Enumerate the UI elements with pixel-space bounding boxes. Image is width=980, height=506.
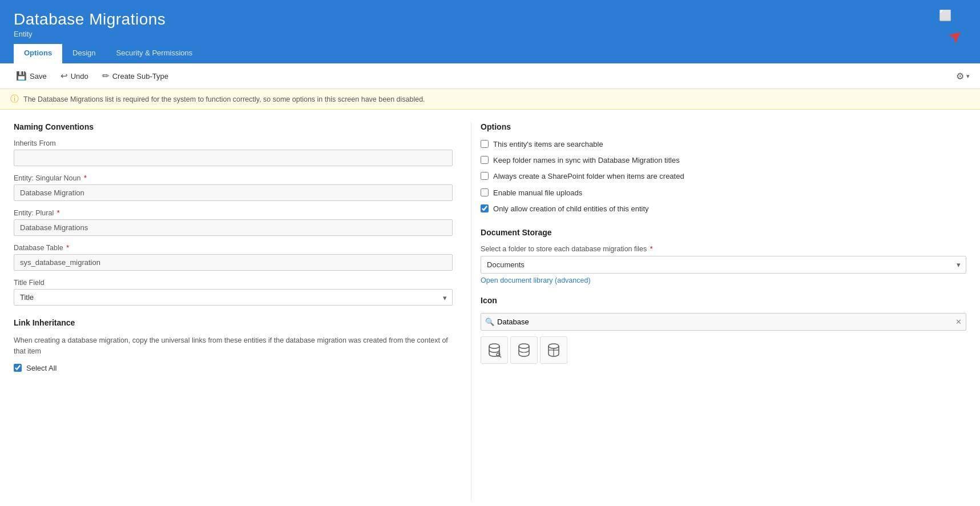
- gear-icon[interactable]: ⚙: [956, 71, 964, 82]
- svg-point-4: [549, 344, 559, 348]
- searchable-checkbox[interactable]: [481, 140, 489, 148]
- searchable-label[interactable]: This entity's items are searchable: [493, 139, 603, 150]
- folder-sync-label[interactable]: Keep folder names in sync with Database …: [493, 155, 680, 166]
- folder-sync-checkbox[interactable]: [481, 156, 489, 164]
- options-title: Options: [481, 122, 966, 131]
- title-field-select[interactable]: Title: [14, 289, 453, 306]
- svg-point-0: [489, 344, 499, 348]
- open-library-link[interactable]: Open document library (advanced): [481, 276, 590, 284]
- child-only-label[interactable]: Only allow creation of child entities of…: [493, 204, 648, 214]
- document-storage-section: Document Storage Select a folder to stor…: [481, 228, 966, 284]
- child-only-checkbox[interactable]: [481, 204, 489, 212]
- search-icon: 🔍: [485, 318, 494, 326]
- option-searchable: This entity's items are searchable: [481, 139, 966, 150]
- icon-search-input[interactable]: [481, 313, 966, 331]
- undo-label: Undo: [71, 72, 88, 81]
- folder-select-label: Select a folder to store each database m…: [481, 245, 966, 253]
- undo-icon: ↩: [61, 71, 68, 81]
- icon-section: Icon 🔍 ✕: [481, 296, 966, 364]
- sharepoint-checkbox[interactable]: [481, 172, 489, 180]
- select-all-row: Select All: [14, 364, 453, 372]
- db-table-input[interactable]: [14, 254, 453, 271]
- warning-icon: ⓘ: [10, 94, 19, 105]
- header: ⬜ ➤ Database Migrations Entity Options D…: [0, 0, 980, 63]
- right-panel: Options This entity's items are searchab…: [471, 122, 966, 500]
- plural-group: Entity: Plural *: [14, 209, 453, 236]
- create-sub-type-button[interactable]: ✏ Create Sub-Type: [96, 68, 174, 84]
- inherits-from-group: Inherits From: [14, 139, 453, 166]
- title-field-select-wrapper: Title ▾: [14, 289, 453, 306]
- corner-icon[interactable]: ⬜: [939, 9, 951, 22]
- select-all-checkbox[interactable]: [14, 364, 22, 372]
- warning-message: The Database Migrations list is required…: [23, 95, 425, 103]
- title-field-group: Title Field Title ▾: [14, 279, 453, 306]
- create-icon: ✏: [102, 71, 110, 81]
- left-panel: Naming Conventions Inherits From Entity:…: [14, 122, 471, 500]
- database-search-icon[interactable]: [481, 336, 508, 364]
- db-table-label: Database Table *: [14, 244, 453, 252]
- clear-icon[interactable]: ✕: [955, 318, 962, 326]
- database-table-icon[interactable]: [540, 336, 567, 364]
- singular-noun-label: Entity: Singular Noun *: [14, 174, 453, 182]
- database-icon[interactable]: [510, 336, 538, 364]
- icon-title: Icon: [481, 296, 966, 305]
- toolbar-right: ⚙ ▾: [956, 71, 970, 82]
- plural-label: Entity: Plural *: [14, 209, 453, 217]
- tab-bar: Options Design Security & Permissions: [14, 44, 966, 63]
- chevron-down-icon[interactable]: ▾: [966, 73, 970, 80]
- warning-banner: ⓘ The Database Migrations list is requir…: [0, 89, 980, 110]
- page-subtitle: Entity: [14, 30, 966, 38]
- create-sub-type-label: Create Sub-Type: [112, 72, 168, 81]
- db-table-group: Database Table *: [14, 244, 453, 271]
- plural-input[interactable]: [14, 219, 453, 236]
- save-label: Save: [30, 72, 47, 81]
- naming-conventions-title: Naming Conventions: [14, 122, 453, 131]
- icon-grid: [481, 336, 966, 364]
- title-field-label: Title Field: [14, 279, 453, 287]
- inherits-from-label: Inherits From: [14, 139, 453, 147]
- sharepoint-label[interactable]: Always create a SharePoint folder when i…: [493, 171, 684, 182]
- link-inheritance-description: When creating a database migration, copy…: [14, 335, 453, 357]
- icon-search-wrapper: 🔍 ✕: [481, 313, 966, 331]
- option-folder-sync: Keep folder names in sync with Database …: [481, 155, 966, 166]
- main-content: Naming Conventions Inherits From Entity:…: [0, 110, 980, 506]
- page-title: Database Migrations: [14, 10, 966, 29]
- link-inheritance-section: Link Inheritance When creating a databas…: [14, 318, 453, 372]
- folder-select-wrapper: Documents ▾: [481, 256, 966, 274]
- tab-security[interactable]: Security & Permissions: [106, 44, 203, 63]
- manual-upload-checkbox[interactable]: [481, 188, 489, 196]
- inherits-from-input[interactable]: [14, 150, 453, 166]
- option-child-only: Only allow creation of child entities of…: [481, 204, 966, 214]
- link-inheritance-title: Link Inheritance: [14, 318, 453, 327]
- svg-point-3: [519, 344, 529, 348]
- save-button[interactable]: 💾 Save: [10, 68, 53, 84]
- tab-options[interactable]: Options: [14, 44, 62, 63]
- options-section: Options This entity's items are searchab…: [481, 122, 966, 214]
- manual-upload-label[interactable]: Enable manual file uploads: [493, 188, 582, 198]
- option-manual-upload: Enable manual file uploads: [481, 188, 966, 198]
- singular-noun-input[interactable]: [14, 184, 453, 201]
- tab-design[interactable]: Design: [62, 44, 106, 63]
- select-all-label[interactable]: Select All: [26, 364, 57, 372]
- folder-select[interactable]: Documents: [481, 256, 966, 274]
- toolbar: 💾 Save ↩ Undo ✏ Create Sub-Type ⚙ ▾: [0, 63, 980, 89]
- undo-button[interactable]: ↩ Undo: [55, 68, 94, 84]
- singular-noun-group: Entity: Singular Noun *: [14, 174, 453, 201]
- option-sharepoint: Always create a SharePoint folder when i…: [481, 171, 966, 182]
- svg-line-2: [500, 356, 501, 357]
- save-icon: 💾: [16, 71, 27, 81]
- doc-storage-title: Document Storage: [481, 228, 966, 237]
